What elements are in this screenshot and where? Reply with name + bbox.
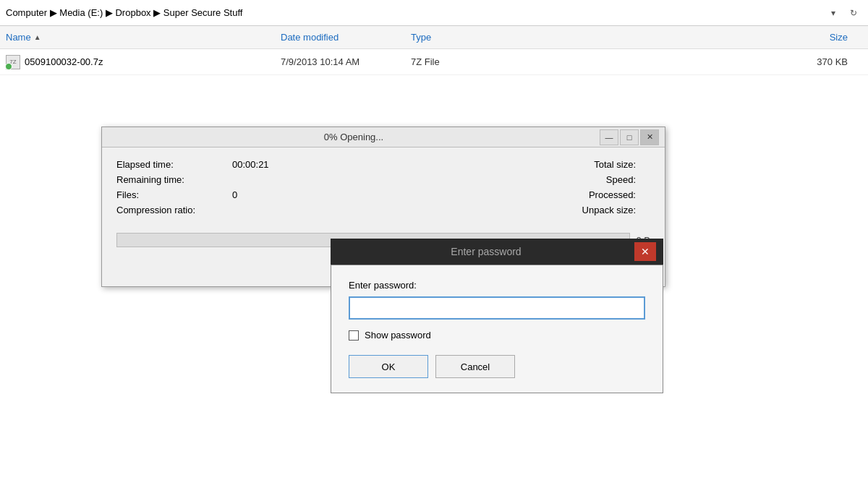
file-size: 370 KB [527, 56, 862, 67]
column-size[interactable]: Size [527, 32, 862, 43]
column-date-modified[interactable]: Date modified [281, 32, 411, 43]
address-bar-controls: ▾ ↻ [825, 4, 862, 22]
elapsed-time-row: Elapsed time: 00:00:21 [116, 159, 269, 170]
address-bar: Computer ▶ Media (E:) ▶ Dropbox ▶ Super … [0, 0, 868, 26]
address-bar-path: Computer ▶ Media (E:) ▶ Dropbox ▶ Super … [6, 7, 822, 18]
show-password-row: Show password [349, 330, 645, 341]
cancel-label: Cancel [461, 361, 490, 372]
compression-ratio-label: Compression ratio: [116, 205, 232, 215]
file-list-header: Name ▲ Date modified Type Size [0, 26, 868, 49]
progress-left-col: Elapsed time: 00:00:21 Remaining time: F… [116, 159, 269, 220]
close-icon: ✕ [647, 132, 653, 142]
processed-label: Processed: [520, 189, 636, 200]
maximize-button[interactable]: □ [620, 129, 639, 145]
file-name: 0509100032-00.7z [25, 56, 281, 67]
files-value: 0 [232, 189, 237, 200]
dropdown-button[interactable]: ▾ [825, 4, 842, 22]
speed-label: Speed: [520, 174, 636, 185]
password-dialog: Enter password ✕ Enter password: Show pa… [331, 239, 663, 393]
total-size-row: Total size: [520, 159, 636, 170]
remaining-time-row: Remaining time: [116, 174, 269, 185]
total-size-label: Total size: [520, 159, 636, 170]
password-dialog-body: Enter password: Show password OK Cancel [331, 265, 663, 393]
file-type: 7Z File [411, 56, 527, 67]
cancel-button[interactable]: Cancel [435, 355, 515, 378]
password-dialog-buttons: OK Cancel [349, 355, 645, 378]
remaining-time-label: Remaining time: [116, 174, 232, 185]
password-close-button[interactable]: ✕ [634, 242, 656, 261]
table-row[interactable]: 7Z 0509100032-00.7z 7/9/2013 10:14 AM 7Z… [0, 49, 868, 75]
column-name[interactable]: Name ▲ [6, 32, 281, 43]
compression-ratio-row: Compression ratio: [116, 205, 269, 215]
progress-titlebar: 0% Opening... — □ ✕ [102, 127, 665, 147]
processed-row: Processed: [520, 189, 636, 200]
elapsed-time-label: Elapsed time: [116, 159, 232, 170]
titlebar-controls: — □ ✕ [600, 129, 659, 145]
unpack-size-label: Unpack size: [520, 205, 636, 215]
password-input[interactable] [349, 296, 645, 320]
refresh-button[interactable]: ↻ [845, 4, 862, 22]
show-password-checkbox[interactable] [349, 330, 359, 341]
password-dialog-title: Enter password [338, 246, 634, 257]
password-close-icon: ✕ [641, 246, 650, 257]
file-date: 7/9/2013 10:14 AM [281, 56, 411, 67]
enter-password-label: Enter password: [349, 280, 645, 291]
file-icon: 7Z [6, 55, 20, 69]
column-type[interactable]: Type [411, 32, 527, 43]
dropdown-icon: ▾ [831, 8, 835, 18]
files-row: Files: 0 [116, 189, 269, 200]
file-icon-img: 7Z [6, 55, 20, 69]
progress-title: 0% Opening... [108, 132, 600, 142]
progress-right-col: Total size: Speed: Processed: Unpack siz… [520, 159, 650, 220]
minimize-button[interactable]: — [600, 129, 618, 145]
speed-row: Speed: [520, 174, 636, 185]
ok-label: OK [382, 361, 396, 372]
file-icon-badge [5, 63, 12, 70]
password-dialog-titlebar: Enter password ✕ [331, 239, 663, 265]
ok-button[interactable]: OK [349, 355, 428, 378]
path-text: Computer ▶ Media (E:) ▶ Dropbox ▶ Super … [6, 7, 242, 18]
refresh-icon: ↻ [850, 8, 857, 18]
files-label: Files: [116, 189, 232, 200]
maximize-icon: □ [627, 133, 632, 142]
close-button[interactable]: ✕ [640, 129, 659, 145]
show-password-label[interactable]: Show password [365, 330, 431, 341]
unpack-size-row: Unpack size: [520, 205, 636, 215]
sort-arrow-icon: ▲ [34, 33, 41, 41]
minimize-icon: — [605, 133, 613, 142]
elapsed-time-value: 00:00:21 [232, 159, 269, 170]
